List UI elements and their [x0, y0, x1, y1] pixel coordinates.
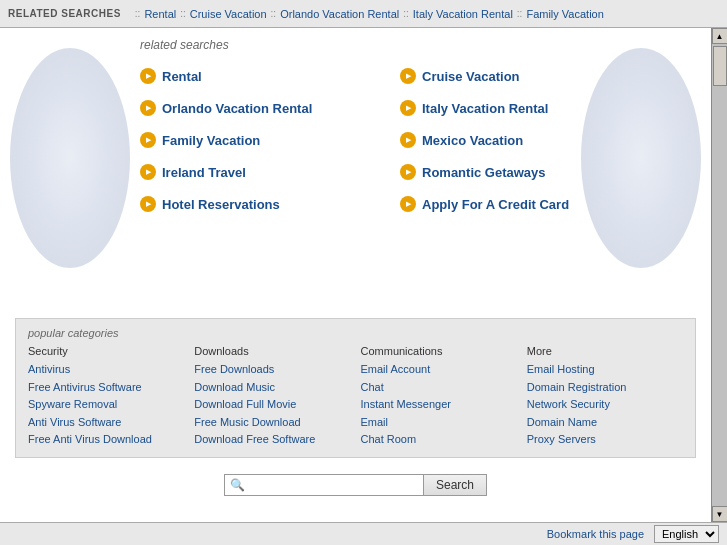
category-downloads: Downloads Free Downloads Download Music … [194, 345, 350, 449]
link-free-antivirus[interactable]: Free Antivirus Software [28, 379, 184, 397]
arrow-icon [400, 68, 416, 84]
category-security-header: Security [28, 345, 184, 357]
link-network-security[interactable]: Network Security [527, 396, 683, 414]
related-searches-panel: related searches Rental Cruise Vacation [0, 28, 711, 318]
search-bar: 🔍 Search [0, 466, 711, 502]
sep-1: :: [135, 8, 141, 19]
top-bar: RELATED SEARCHES :: Rental :: Cruise Vac… [0, 0, 727, 28]
link-instant-messenger[interactable]: Instant Messenger [361, 396, 517, 414]
link-ireland[interactable]: Ireland Travel [162, 165, 246, 180]
list-item: Orlando Vacation Rental [140, 92, 400, 124]
list-item: Hotel Reservations [140, 188, 400, 220]
link-download-software[interactable]: Download Free Software [194, 431, 350, 449]
content-scroll: related searches Rental Cruise Vacation [0, 28, 711, 522]
link-email[interactable]: Email [361, 414, 517, 432]
scroll-area: related searches Rental Cruise Vacation [0, 28, 727, 522]
link-free-downloads[interactable]: Free Downloads [194, 361, 350, 379]
link-rental[interactable]: Rental [162, 69, 202, 84]
link-family[interactable]: Family Vacation [162, 133, 260, 148]
arrow-icon [140, 68, 156, 84]
related-searches-label: RELATED SEARCHES [8, 8, 121, 19]
top-link-family[interactable]: Family Vacation [526, 8, 603, 20]
link-chat[interactable]: Chat [361, 379, 517, 397]
link-romantic[interactable]: Romantic Getaways [422, 165, 546, 180]
link-email-account[interactable]: Email Account [361, 361, 517, 379]
link-cruise-vacation[interactable]: Cruise Vacation [422, 69, 520, 84]
link-proxy-servers[interactable]: Proxy Servers [527, 431, 683, 449]
list-item: Rental [140, 60, 400, 92]
related-searches-title: related searches [140, 38, 691, 52]
top-link-orlando[interactable]: Orlando Vacation Rental [280, 8, 399, 20]
language-select[interactable]: English [654, 525, 719, 543]
scrollbar-track: ▲ ▼ [711, 28, 727, 522]
link-credit[interactable]: Apply For A Credit Card [422, 197, 569, 212]
search-input[interactable] [224, 474, 424, 496]
link-free-anti-download[interactable]: Free Anti Virus Download [28, 431, 184, 449]
sep-5: :: [517, 8, 523, 19]
sep-3: :: [271, 8, 277, 19]
category-more-header: More [527, 345, 683, 357]
list-item: Ireland Travel [140, 156, 400, 188]
top-bar-links: :: Rental :: Cruise Vacation :: Orlando … [131, 8, 604, 20]
top-link-rental[interactable]: Rental [144, 8, 176, 20]
category-downloads-header: Downloads [194, 345, 350, 357]
arrow-icon [140, 164, 156, 180]
arrow-icon [140, 196, 156, 212]
decorative-circle-right [581, 48, 701, 268]
arrow-icon [400, 196, 416, 212]
bookmark-link[interactable]: Bookmark this page [547, 528, 644, 540]
popular-categories-section: popular categories Security Antivirus Fr… [15, 318, 696, 458]
link-download-movie[interactable]: Download Full Movie [194, 396, 350, 414]
link-mexico[interactable]: Mexico Vacation [422, 133, 523, 148]
scrollbar-thumb[interactable] [713, 46, 727, 86]
category-communications: Communications Email Account Chat Instan… [361, 345, 517, 449]
arrow-icon [140, 132, 156, 148]
search-icon: 🔍 [230, 478, 245, 492]
category-comms-header: Communications [361, 345, 517, 357]
link-email-hosting[interactable]: Email Hosting [527, 361, 683, 379]
arrow-icon [140, 100, 156, 116]
link-spyware[interactable]: Spyware Removal [28, 396, 184, 414]
link-italy[interactable]: Italy Vacation Rental [422, 101, 548, 116]
link-orlando[interactable]: Orlando Vacation Rental [162, 101, 312, 116]
link-hotel[interactable]: Hotel Reservations [162, 197, 280, 212]
link-download-music[interactable]: Download Music [194, 379, 350, 397]
top-link-cruise[interactable]: Cruise Vacation [190, 8, 267, 20]
top-link-italy[interactable]: Italy Vacation Rental [413, 8, 513, 20]
category-more: More Email Hosting Domain Registration N… [527, 345, 683, 449]
link-free-music[interactable]: Free Music Download [194, 414, 350, 432]
link-domain-registration[interactable]: Domain Registration [527, 379, 683, 397]
decorative-circle-left [10, 48, 130, 268]
search-button[interactable]: Search [424, 474, 487, 496]
link-chat-room[interactable]: Chat Room [361, 431, 517, 449]
list-item: Family Vacation [140, 124, 400, 156]
link-domain-name[interactable]: Domain Name [527, 414, 683, 432]
arrow-icon [400, 100, 416, 116]
arrow-icon [400, 132, 416, 148]
sep-2: :: [180, 8, 186, 19]
link-antivirus-software[interactable]: Anti Virus Software [28, 414, 184, 432]
categories-grid: Security Antivirus Free Antivirus Softwa… [28, 345, 683, 449]
bottom-bar: Bookmark this page English [0, 522, 727, 545]
popular-categories-title: popular categories [28, 327, 683, 339]
scrollbar-up-button[interactable]: ▲ [712, 28, 728, 44]
category-security: Security Antivirus Free Antivirus Softwa… [28, 345, 184, 449]
main-area: related searches Rental Cruise Vacation [0, 28, 711, 522]
sep-4: :: [403, 8, 409, 19]
arrow-icon [400, 164, 416, 180]
scrollbar-down-button[interactable]: ▼ [712, 506, 728, 522]
search-input-wrap: 🔍 Search [224, 474, 487, 496]
link-antivirus[interactable]: Antivirus [28, 361, 184, 379]
